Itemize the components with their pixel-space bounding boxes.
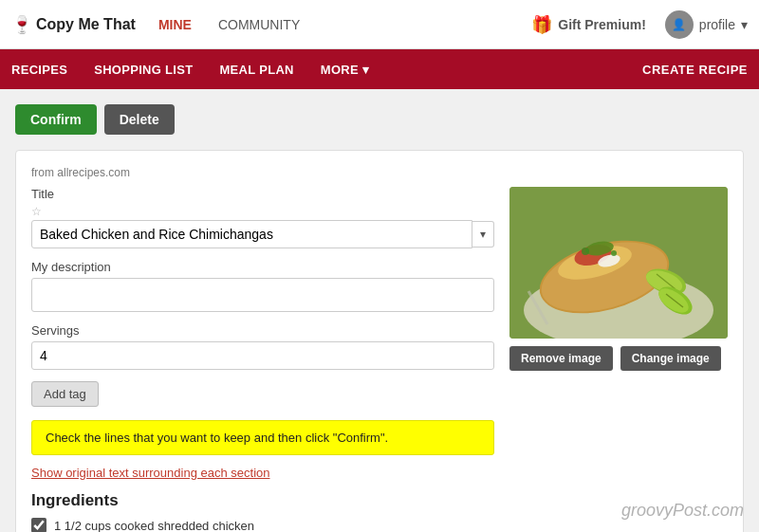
create-recipe-button[interactable]: CREATE RECIPE [642,63,748,77]
logo[interactable]: 🍷 Copy Me That [11,14,136,35]
star-icon: ☆ [31,205,494,218]
gift-premium[interactable]: 🎁 Gift Premium! [531,14,646,35]
recipe-card: from allrecipes.com Title ☆ ▾ My descrip… [15,150,744,532]
ingredient-checkbox-1[interactable] [31,518,46,532]
instruction-text: Check the lines that you want to keep an… [46,431,388,445]
title-dropdown-button[interactable]: ▾ [472,221,494,248]
ingredient-list: 1 1/2 cups cooked shredded chicken 2/3 c… [31,518,494,532]
gift-label: Gift Premium! [558,17,646,32]
nav-meal-plan[interactable]: MEAL PLAN [219,63,293,77]
recipe-layout: Title ☆ ▾ My description Servings Add ta… [31,187,728,532]
image-buttons: Remove image Change image [509,346,728,371]
show-original-link[interactable]: Show original text surrounding each sect… [31,466,269,480]
ingredients-section: Ingredients 1 1/2 cups cooked shredded c… [31,491,494,532]
confirm-button[interactable]: Confirm [15,104,97,135]
nav-community[interactable]: COMMUNITY [218,17,300,32]
instruction-box: Check the lines that you want to keep an… [31,420,494,455]
description-label: My description [31,260,494,274]
nav-mine[interactable]: MINE [158,17,192,32]
ingredient-item: 1 1/2 cups cooked shredded chicken [31,518,494,532]
nav-more[interactable]: MORE ▾ [321,63,369,77]
ingredients-heading: Ingredients [31,491,494,510]
sec-nav-links: RECIPES SHOPPING LIST MEAL PLAN MORE ▾ [11,63,642,77]
delete-button[interactable]: Delete [104,104,175,135]
top-navigation: 🍷 Copy Me That MINE COMMUNITY 🎁 Gift Pre… [0,0,759,49]
change-image-button[interactable]: Change image [620,346,721,371]
logo-icon: 🍷 [11,14,32,35]
remove-image-button[interactable]: Remove image [509,346,613,371]
profile-dropdown-icon: ▾ [741,17,748,32]
recipe-right-column: Remove image Change image [509,187,728,532]
food-image [509,187,728,339]
gift-icon: 🎁 [531,14,552,35]
nav-shopping-list[interactable]: SHOPPING LIST [94,63,193,77]
recipe-image [509,187,728,339]
secondary-navigation: RECIPES SHOPPING LIST MEAL PLAN MORE ▾ C… [0,49,759,89]
top-nav-links: MINE COMMUNITY [158,17,531,32]
main-content: Confirm Delete from allrecipes.com Title… [0,89,759,532]
nav-recipes[interactable]: RECIPES [11,63,67,77]
title-input[interactable] [31,220,472,248]
svg-point-14 [582,248,589,255]
recipe-source: from allrecipes.com [31,166,728,179]
svg-point-15 [611,250,617,256]
profile-label: profile [699,17,735,32]
action-buttons: Confirm Delete [15,104,744,135]
title-label: Title [31,187,494,201]
ingredient-text-1: 1 1/2 cups cooked shredded chicken [54,519,254,533]
recipe-left-column: Title ☆ ▾ My description Servings Add ta… [31,187,494,532]
title-input-row: ▾ [31,220,494,248]
add-tag-button[interactable]: Add tag [31,381,99,407]
servings-input[interactable] [31,341,494,370]
profile-area[interactable]: 👤 profile ▾ [665,10,748,39]
logo-text: Copy Me That [36,16,136,33]
servings-label: Servings [31,323,494,338]
description-input[interactable] [31,278,494,312]
avatar: 👤 [665,10,694,39]
